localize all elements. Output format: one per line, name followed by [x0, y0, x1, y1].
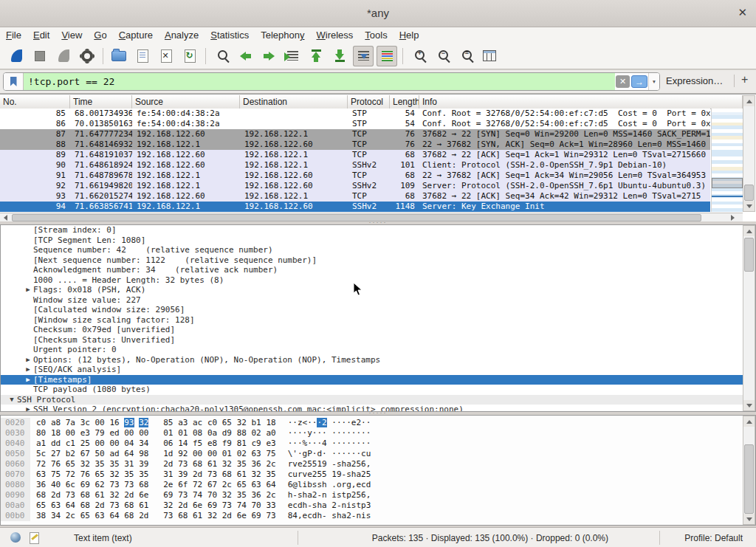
auto-scroll-button[interactable]	[353, 46, 374, 66]
menu-item-telephony[interactable]: Telephony	[255, 28, 310, 42]
title-bar[interactable]: *any ✕	[0, 0, 756, 27]
restart-capture-button[interactable]	[53, 46, 74, 66]
detail-tree-row[interactable]: Checksum: 0x79ed [unverified]	[1, 325, 755, 335]
close-icon[interactable]: ✕	[738, 6, 747, 19]
capture-options-button[interactable]	[77, 46, 97, 66]
go-first-button[interactable]	[306, 46, 326, 66]
filter-clear-button[interactable]: ✕	[616, 75, 630, 88]
tree-collapsed-icon[interactable]: ▶	[23, 285, 33, 295]
menu-item-analyze[interactable]: Analyze	[159, 28, 205, 42]
tree-collapsed-icon[interactable]: ▶	[23, 405, 33, 412]
packet-row[interactable]: 8871.648146932192.168.122.1192.168.122.6…	[0, 140, 710, 150]
detail-tree-row[interactable]: Urgent pointer: 0	[1, 345, 755, 355]
scroll-thumb[interactable]	[744, 238, 754, 272]
packet-row[interactable]: 9471.663856741192.168.122.1192.168.122.6…	[0, 202, 710, 212]
detail-tree-row[interactable]: [Window size scaling factor: 128]	[1, 315, 755, 326]
scroll-up-icon[interactable]	[743, 226, 755, 236]
menu-item-go[interactable]: Go	[88, 28, 112, 42]
detail-tree-row[interactable]: Acknowledgment number: 34 (relative ack …	[1, 265, 755, 275]
find-packet-button[interactable]	[211, 46, 232, 66]
detail-tree-row[interactable]: [Stream index: 0]	[1, 225, 755, 235]
scroll-down-icon[interactable]	[743, 514, 755, 524]
packet-row[interactable]: 8568.001734936fe:54:00:d4:38:2aSTP54Conf…	[0, 109, 710, 119]
hex-row[interactable]: 0020c0 a8 7a 3c 00 16 93 32 85 a3 ac c0 …	[1, 418, 755, 428]
open-file-button[interactable]	[109, 46, 129, 66]
hex-row[interactable]: 003080 18 00 e3 79 ed 00 00 01 01 08 0a …	[1, 428, 755, 438]
expression-button[interactable]: Expression…	[666, 75, 723, 86]
hex-row[interactable]: 008036 40 6c 69 62 73 73 68 2e 6f 72 67 …	[1, 480, 755, 490]
go-forward-button[interactable]	[258, 46, 279, 66]
menu-item-statistics[interactable]: Statistics	[205, 28, 255, 42]
resize-columns-button[interactable]	[479, 46, 500, 66]
menu-item-edit[interactable]: Edit	[27, 28, 55, 42]
profile-text[interactable]: Profile: Default	[684, 533, 743, 543]
detail-tree-row[interactable]: 1000 .... = Header Length: 32 bytes (8)	[1, 275, 755, 286]
menu-item-capture[interactable]: Capture	[113, 28, 159, 42]
expert-info-icon[interactable]	[10, 532, 21, 543]
hex-row[interactable]: 009068 2d 73 68 61 32 2d 6e 69 73 74 70 …	[1, 490, 755, 500]
hex-row[interactable]: 00505c 27 b2 67 50 ad 64 98 1d 92 00 00 …	[1, 449, 755, 459]
reload-file-button[interactable]	[179, 46, 200, 66]
filter-bookmark-button[interactable]	[4, 73, 24, 90]
detail-tree-row[interactable]: ▶[SEQ/ACK analysis]	[1, 365, 755, 375]
add-filter-button[interactable]: +	[741, 73, 748, 86]
hex-row[interactable]: 00b038 34 2c 65 63 64 68 2d 73 68 61 32 …	[1, 511, 755, 521]
detail-tree-row[interactable]: [Next sequence number: 1122 (relative se…	[1, 255, 755, 266]
display-filter-input[interactable]: !tcp.port == 22	[24, 73, 615, 90]
detail-tree-row[interactable]: [Calculated window size: 29056]	[1, 305, 755, 315]
column-header-protocol[interactable]: Protocol	[348, 95, 390, 109]
packet-row[interactable]: 8670.013850163fe:54:00:d4:38:2aSTP54Conf…	[0, 119, 710, 129]
menu-item-wireless[interactable]: Wireless	[311, 28, 360, 42]
bytes-vscrollbar[interactable]	[743, 416, 755, 525]
zoom-in-button[interactable]: +	[408, 46, 429, 66]
detail-tree-row[interactable]: TCP payload (1080 bytes)	[1, 385, 755, 395]
scroll-thumb[interactable]	[12, 214, 701, 221]
filter-apply-button[interactable]: →	[631, 75, 647, 88]
colorize-button[interactable]	[377, 46, 397, 66]
go-to-packet-button[interactable]	[282, 46, 303, 66]
hex-row[interactable]: 00a065 63 64 68 2d 73 68 61 32 2d 6e 69 …	[1, 500, 755, 511]
go-last-button[interactable]	[329, 46, 350, 66]
scroll-thumb[interactable]	[744, 185, 754, 201]
details-vscrollbar[interactable]	[743, 225, 755, 411]
hex-row[interactable]: 006072 76 65 32 35 35 31 39 2d 73 68 61 …	[1, 459, 755, 469]
detail-tree-row[interactable]: Sequence number: 42 (relative sequence n…	[1, 245, 755, 255]
stop-capture-button[interactable]	[30, 46, 50, 66]
go-back-button[interactable]	[235, 46, 255, 66]
detail-tree-row[interactable]: [TCP Segment Len: 1080]	[1, 235, 755, 246]
packet-list-vscrollbar[interactable]	[743, 95, 755, 212]
packet-row[interactable]: 8771.647777234192.168.122.60192.168.122.…	[0, 129, 710, 140]
packet-row[interactable]: 9171.648789678192.168.122.1192.168.122.6…	[0, 171, 710, 181]
detail-tree-row[interactable]: ▶Options: (12 bytes), No-Operation (NOP)…	[1, 355, 755, 365]
scroll-thumb[interactable]	[744, 444, 754, 514]
scroll-up-icon[interactable]	[743, 416, 755, 427]
packet-row[interactable]: 8971.648191037192.168.122.60192.168.122.…	[0, 150, 710, 160]
start-capture-button[interactable]	[6, 46, 27, 66]
scroll-down-icon[interactable]	[743, 201, 755, 211]
scroll-down-icon[interactable]	[743, 400, 755, 410]
hex-row[interactable]: 007063 75 72 76 65 32 35 35 31 39 2d 73 …	[1, 469, 755, 480]
filter-history-dropdown[interactable]: ▼	[648, 73, 659, 90]
column-header-source[interactable]: Source	[132, 95, 240, 109]
column-header-info[interactable]: Info	[419, 95, 743, 109]
tree-expanded-icon[interactable]: ▼	[7, 395, 17, 405]
detail-tree-row[interactable]: ▼SSH Protocol	[1, 395, 755, 405]
menu-item-view[interactable]: View	[55, 28, 88, 42]
save-file-button[interactable]	[132, 46, 153, 66]
zoom-original-button[interactable]: =	[456, 46, 476, 66]
detail-tree-row[interactable]: Window size value: 227	[1, 295, 755, 306]
column-header-no[interactable]: No.	[0, 95, 70, 109]
tree-collapsed-icon[interactable]: ▶	[23, 375, 33, 385]
packet-row[interactable]: 9071.648618924192.168.122.60192.168.122.…	[0, 160, 710, 171]
detail-tree-row[interactable]: [Checksum Status: Unverified]	[1, 335, 755, 345]
column-header-length[interactable]: Length	[390, 95, 419, 109]
column-header-destination[interactable]: Destination	[240, 95, 348, 109]
capture-comment-icon[interactable]	[30, 532, 39, 544]
intelligent-scrollbar-minimap[interactable]	[711, 109, 743, 212]
detail-tree-row[interactable]: ▶Flags: 0x018 (PSH, ACK)	[1, 285, 755, 295]
detail-tree-row[interactable]: ▶[Timestamps]	[1, 375, 755, 385]
scroll-up-icon[interactable]	[743, 96, 755, 106]
tree-collapsed-icon[interactable]: ▶	[23, 365, 33, 375]
hex-row[interactable]: 0040a1 dd c1 25 00 00 04 34 06 14 f5 e8 …	[1, 438, 755, 449]
menu-item-file[interactable]: File	[0, 28, 27, 42]
